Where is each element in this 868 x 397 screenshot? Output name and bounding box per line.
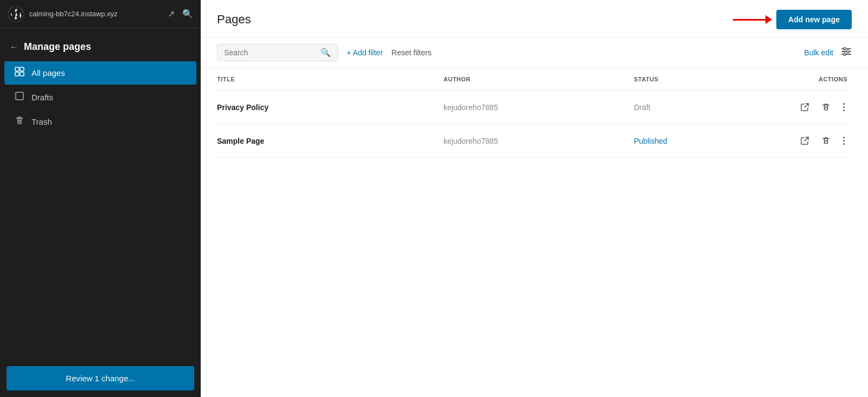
search-header-icon[interactable]: 🔍 [182, 9, 193, 19]
svg-point-17 [843, 143, 845, 145]
filter-sliders-icon [841, 47, 852, 56]
sidebar-item-all-pages[interactable]: All pages [4, 61, 196, 85]
actions-cell [761, 100, 848, 114]
back-arrow-icon: ← [10, 42, 18, 52]
drafts-label: Drafts [31, 93, 53, 102]
status-badge: Draft [634, 103, 650, 112]
sidebar-nav: ← Manage pages All pages Drafts [0, 28, 201, 360]
page-name: Privacy Policy [217, 103, 269, 112]
more-vertical-icon [843, 136, 845, 145]
svg-point-9 [844, 47, 846, 49]
svg-point-11 [844, 53, 846, 55]
cell-title: Privacy Policy [217, 91, 439, 124]
trash-icon [821, 136, 831, 145]
svg-point-16 [843, 140, 845, 142]
search-icon: 🔍 [321, 48, 331, 57]
review-changes-button[interactable]: Review 1 change... [7, 366, 194, 390]
table-row: Privacy Policy kejudoreho7885 Draft [217, 91, 852, 124]
svg-rect-4 [20, 72, 24, 76]
cell-actions [757, 124, 852, 158]
wordpress-logo-icon [8, 6, 24, 22]
delete-button[interactable] [819, 134, 833, 148]
svg-point-13 [843, 106, 845, 108]
table-body: Privacy Policy kejudoreho7885 Draft [217, 91, 852, 158]
page-title: Pages [217, 12, 251, 27]
search-box[interactable]: 🔍 [217, 44, 338, 61]
delete-button[interactable] [819, 100, 833, 114]
svg-point-10 [847, 50, 849, 52]
search-input[interactable] [224, 48, 316, 57]
more-vertical-icon [843, 103, 845, 112]
add-new-container: Add new page [776, 10, 852, 29]
more-options-button[interactable] [840, 134, 847, 148]
more-options-button[interactable] [840, 100, 847, 114]
page-author: kejudoreho7885 [444, 137, 498, 145]
bulk-edit-button[interactable]: Bulk edit [804, 48, 833, 57]
sidebar-footer: Review 1 change... [0, 360, 201, 397]
page-author: kejudoreho7885 [444, 103, 498, 112]
toolbar: 🔍 + Add filter Reset filters Bulk edit [201, 37, 868, 68]
cell-author: kejudoreho7885 [439, 124, 630, 158]
main-content: Pages Add new page 🔍 + Add filter Reset … [201, 0, 868, 397]
svg-point-15 [843, 137, 845, 138]
add-filter-button[interactable]: + Add filter [347, 48, 383, 57]
external-link-icon [800, 136, 809, 145]
filter-options-button[interactable] [841, 47, 852, 59]
page-name: Sample Page [217, 137, 264, 145]
table-header-row: TITLE AUTHOR STATUS ACTIONS [217, 68, 852, 91]
cell-actions [757, 91, 852, 124]
all-pages-label: All pages [31, 68, 65, 78]
sidebar-header: calming-bb7c24.instawp.xyz ↗ 🔍 [0, 0, 201, 28]
site-url: calming-bb7c24.instawp.xyz [29, 10, 162, 18]
trash-label: Trash [31, 117, 52, 126]
trash-icon [14, 116, 25, 128]
svg-rect-2 [20, 67, 24, 71]
actions-cell [761, 134, 848, 148]
manage-pages-title: Manage pages [24, 41, 91, 53]
cell-title: Sample Page [217, 124, 439, 158]
pages-table-container: TITLE AUTHOR STATUS ACTIONS Privacy Poli… [201, 68, 868, 397]
nav-back[interactable]: ← Manage pages [0, 37, 201, 57]
toolbar-right: Bulk edit [804, 47, 852, 59]
drafts-icon [14, 91, 25, 104]
reset-filters-button[interactable]: Reset filters [392, 48, 432, 57]
external-link-icon [800, 103, 809, 112]
cell-status: Published [630, 124, 757, 158]
arrow-head [765, 15, 772, 24]
sidebar-item-trash[interactable]: Trash [4, 110, 196, 133]
col-header-actions: ACTIONS [757, 68, 852, 91]
all-pages-icon [14, 67, 25, 79]
external-link-icon[interactable]: ↗ [168, 9, 175, 19]
arrow-indicator [733, 15, 772, 24]
svg-point-14 [843, 110, 845, 111]
arrow-line [733, 19, 765, 21]
main-header: Pages Add new page [201, 0, 868, 37]
col-header-status: STATUS [630, 68, 757, 91]
status-badge: Published [634, 137, 668, 145]
svg-rect-1 [15, 67, 19, 71]
sidebar: calming-bb7c24.instawp.xyz ↗ 🔍 ← Manage … [0, 0, 201, 397]
cell-status: Draft [630, 91, 757, 124]
toolbar-left: 🔍 + Add filter Reset filters [217, 44, 431, 61]
add-new-page-button[interactable]: Add new page [776, 10, 852, 29]
svg-rect-3 [15, 72, 19, 76]
col-header-author: AUTHOR [439, 68, 630, 91]
trash-icon [821, 103, 831, 112]
external-link-button[interactable] [798, 100, 812, 114]
table-row: Sample Page kejudoreho7885 Published [217, 124, 852, 158]
sidebar-item-drafts[interactable]: Drafts [4, 86, 196, 109]
pages-table: TITLE AUTHOR STATUS ACTIONS Privacy Poli… [217, 68, 852, 158]
svg-point-12 [843, 103, 845, 105]
col-header-title: TITLE [217, 68, 439, 91]
cell-author: kejudoreho7885 [439, 91, 630, 124]
external-link-button[interactable] [798, 134, 812, 148]
svg-rect-5 [16, 92, 23, 100]
header-icons: ↗ 🔍 [168, 9, 193, 19]
